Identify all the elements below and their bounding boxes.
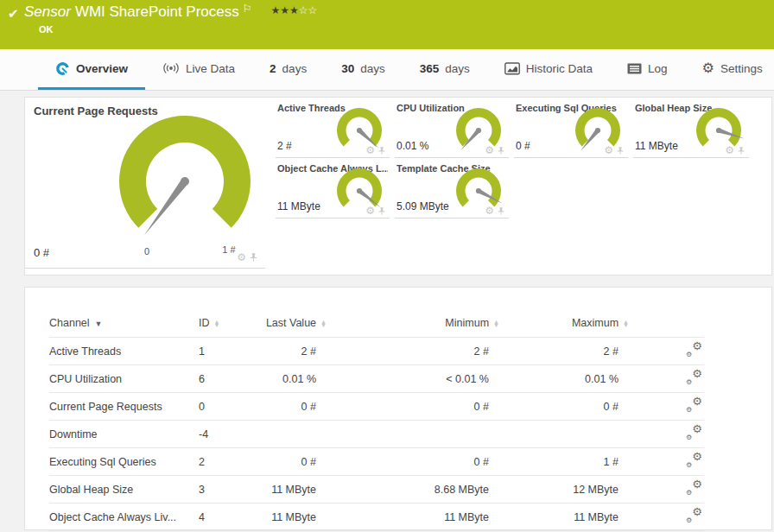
- tab-30-days[interactable]: 30 days: [324, 49, 403, 90]
- sensor-header-banner: ✔ SensorWMI SharePoint Process⚐★★★☆☆ OK: [0, 0, 774, 49]
- gauge-tile-cpu-utilization[interactable]: CPU Utilization 0.01 % ⚙: [395, 98, 509, 158]
- tab-label: Settings: [720, 62, 763, 75]
- sort-icon: ▲▼: [320, 320, 327, 327]
- gauge-tile-object-cache-always-live[interactable]: Object Cache Always L... 11 MByte ⚙: [276, 158, 390, 218]
- channel-cell: 2 #: [328, 338, 501, 365]
- channel-settings-icon[interactable]: ⚙⚙: [686, 481, 702, 495]
- channel-cell: Global Heap Size: [49, 476, 199, 504]
- channel-table-body: Active Threads12 #2 #2 #⚙⚙CPU Utilizatio…: [49, 338, 704, 532]
- channel-cell: 1: [199, 338, 251, 365]
- channel-row[interactable]: CPU Utilization60.01 %< 0.01 %0.01 %⚙⚙: [49, 365, 704, 393]
- channel-cell: 1 #: [501, 448, 631, 476]
- gauge-tile-active-threads[interactable]: Active Threads 2 # ⚙: [276, 98, 390, 158]
- channel-table-panel: Channel▼ ID▲▼ Last Value▲▼ Minimum▲▼ Max…: [24, 287, 772, 530]
- star-filled-icon[interactable]: ★: [271, 4, 281, 16]
- channel-row[interactable]: Object Cache Always Liv...411 MByte11 MB…: [49, 504, 704, 531]
- star-filled-icon[interactable]: ★: [289, 4, 299, 16]
- status-ok-check-icon: ✔: [8, 6, 19, 22]
- gauge-icon: [55, 61, 70, 76]
- channel-cell: 3: [199, 476, 251, 504]
- tab-365-days[interactable]: 365 days: [403, 49, 487, 90]
- tab-log[interactable]: Log: [610, 49, 685, 90]
- tab-settings[interactable]: ⚙ Settings: [685, 49, 774, 90]
- pin-icon[interactable]: [249, 252, 258, 263]
- channel-row[interactable]: Global Heap Size311 MByte8.68 MByte12 MB…: [49, 476, 704, 504]
- pin-icon[interactable]: [497, 146, 505, 155]
- channel-cell: Executing Sql Queries: [49, 448, 199, 476]
- priority-stars[interactable]: ★★★☆☆: [271, 2, 318, 16]
- column-header-maximum[interactable]: Maximum▲▼: [501, 317, 631, 338]
- tab-bar: Overview Live Data 2 days 30 days 365 da…: [0, 49, 774, 91]
- tab-label: Historic Data: [526, 62, 593, 75]
- table-header-row: Channel▼ ID▲▼ Last Value▲▼ Minimum▲▼ Max…: [49, 317, 704, 338]
- channel-table: Channel▼ ID▲▼ Last Value▲▼ Minimum▲▼ Max…: [49, 317, 704, 532]
- gauge-settings-gear-icon[interactable]: ⚙: [365, 145, 375, 155]
- tab-label: Live Data: [186, 62, 235, 75]
- gauge-tile-global-heap-size[interactable]: Global Heap Size 11 MByte ⚙: [633, 98, 749, 158]
- tab-historic-data[interactable]: Historic Data: [487, 49, 610, 90]
- channel-cell: 0 #: [328, 448, 501, 476]
- star-empty-icon[interactable]: ☆: [308, 4, 318, 16]
- column-header-channel[interactable]: Channel▼: [49, 317, 199, 338]
- channel-cell: 4: [199, 504, 251, 531]
- tab-live-data[interactable]: Live Data: [145, 49, 252, 90]
- sensor-kind-label: Sensor: [24, 3, 71, 20]
- pin-icon[interactable]: [377, 206, 386, 216]
- channel-cell: Current Page Requests: [49, 393, 199, 421]
- channel-settings-icon[interactable]: ⚙⚙: [686, 398, 702, 412]
- gear-icon: ⚙: [702, 61, 714, 75]
- flag-icon[interactable]: ⚐: [243, 3, 252, 15]
- gauge-settings-gear-icon[interactable]: ⚙: [604, 145, 613, 155]
- pin-icon[interactable]: [737, 146, 745, 155]
- tab-label: days: [282, 62, 308, 75]
- tab-label: Log: [648, 62, 668, 75]
- channel-cell: 2: [199, 448, 251, 476]
- sort-icon: ▲▼: [623, 320, 629, 327]
- tab-overview[interactable]: Overview: [38, 49, 145, 90]
- gauge-value: 11 MByte: [635, 140, 678, 152]
- column-header-id[interactable]: ID▲▼: [199, 317, 251, 338]
- gauge-min-label: 0: [136, 246, 158, 256]
- gauge-settings-gear-icon[interactable]: ⚙: [485, 145, 494, 155]
- gauge-value: 0 #: [516, 140, 530, 152]
- channel-settings-icon[interactable]: ⚙⚙: [686, 343, 702, 357]
- pin-icon[interactable]: [497, 206, 505, 216]
- channel-settings-icon[interactable]: ⚙⚙: [686, 453, 702, 467]
- gauge-settings-gear-icon[interactable]: ⚙: [725, 145, 734, 155]
- channel-cell: 0.01 %: [251, 365, 328, 393]
- gauge-settings-gear-icon[interactable]: ⚙: [237, 252, 246, 263]
- channel-row[interactable]: Active Threads12 #2 #2 #⚙⚙: [49, 338, 704, 365]
- live-data-icon: [162, 61, 180, 75]
- channel-cell: 2 #: [251, 338, 328, 365]
- tab-label: days: [360, 62, 385, 75]
- channel-row[interactable]: Executing Sql Queries20 #0 #1 #⚙⚙: [49, 448, 704, 476]
- gauge-tile-current-page-requests[interactable]: Current Page Requests 0 1 # 0 # ⚙: [25, 98, 265, 269]
- gauge-tile-template-cache-size[interactable]: Template Cache Size 5.09 MByte ⚙: [395, 158, 509, 218]
- channel-cell: [251, 421, 328, 448]
- area-chart-icon: [504, 62, 520, 75]
- channel-cell: 11 MByte: [251, 476, 328, 504]
- column-header-minimum[interactable]: Minimum▲▼: [328, 317, 501, 338]
- channel-row[interactable]: Current Page Requests00 #0 #0 #⚙⚙: [49, 393, 704, 421]
- gauge-tile-executing-sql-queries[interactable]: Executing Sql Queries 0 # ⚙: [514, 98, 628, 158]
- star-filled-icon[interactable]: ★: [280, 4, 289, 16]
- pin-icon[interactable]: [377, 146, 386, 155]
- channel-cell: CPU Utilization: [49, 365, 199, 393]
- channel-settings-icon[interactable]: ⚙⚙: [686, 426, 702, 440]
- channel-settings-icon[interactable]: ⚙⚙: [686, 509, 702, 522]
- gauge-settings-gear-icon[interactable]: ⚙: [485, 206, 494, 216]
- pin-icon[interactable]: [616, 146, 625, 155]
- channel-row[interactable]: Downtime-4⚙⚙: [49, 421, 704, 448]
- column-header-last-value[interactable]: Last Value▲▼: [251, 317, 328, 338]
- channel-cell: Active Threads: [49, 338, 199, 365]
- tab-2-days[interactable]: 2 days: [252, 49, 324, 90]
- channel-cell: Downtime: [49, 421, 199, 448]
- star-empty-icon[interactable]: ☆: [299, 4, 308, 16]
- channel-settings-icon[interactable]: ⚙⚙: [686, 370, 702, 384]
- sensor-title: WMI SharePoint Process: [75, 3, 239, 20]
- channel-cell: 8.68 MByte: [328, 476, 501, 504]
- channel-cell: 0: [199, 393, 251, 421]
- sort-desc-icon: ▼: [95, 320, 103, 328]
- gauge-settings-gear-icon[interactable]: ⚙: [365, 206, 375, 216]
- log-icon: [627, 63, 642, 74]
